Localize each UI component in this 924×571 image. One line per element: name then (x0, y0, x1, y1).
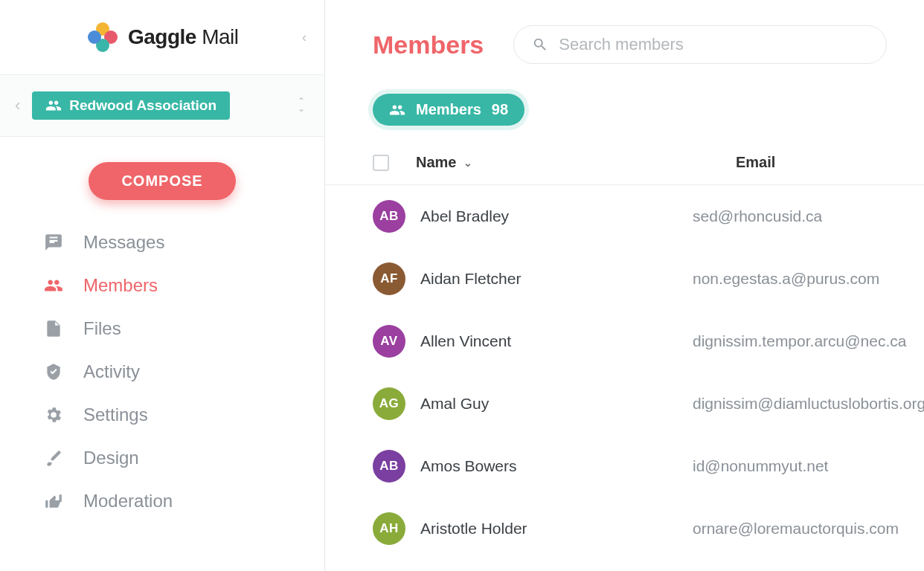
member-email: non.egestas.a@purus.com (693, 270, 887, 288)
avatar: AG (373, 387, 405, 420)
member-email: dignissim@diamluctuslobortis.org (693, 395, 924, 413)
member-row[interactable]: ABAbel Bradleysed@rhoncusid.ca (325, 185, 924, 248)
avatar: AB (373, 450, 405, 483)
gear-icon (43, 405, 64, 425)
nav-item-label: Activity (83, 361, 140, 382)
avatar: AH (373, 512, 405, 545)
member-row[interactable]: AGAmal Guydignissim@diamluctuslobortis.o… (325, 372, 924, 435)
back-icon[interactable]: ‹ (15, 96, 20, 115)
brush-icon (43, 448, 64, 468)
people-icon (389, 102, 405, 118)
nav-item-label: Design (83, 448, 139, 468)
member-row[interactable]: ABAmos Bowersid@nonummyut.net (325, 435, 924, 497)
member-row[interactable]: AVAllen Vincentdignissim.tempor.arcu@nec… (325, 310, 924, 372)
filter-label: Members (416, 101, 481, 118)
nav-item-design[interactable]: Design (0, 436, 324, 480)
group-pill[interactable]: Redwood Association (32, 91, 230, 120)
topbar: Members (325, 0, 924, 64)
select-all-checkbox[interactable] (373, 155, 389, 171)
members-list: ABAbel Bradleysed@rhoncusid.caAFAidan Fl… (325, 185, 924, 560)
nav-item-label: Messages (83, 232, 164, 253)
nav-item-label: Settings (83, 404, 148, 425)
member-name: Abel Bradley (420, 207, 509, 225)
nav-item-messages[interactable]: Messages (0, 221, 324, 264)
nav-item-members[interactable]: Members (0, 264, 324, 307)
shield-icon (43, 362, 64, 381)
member-row[interactable]: AHAristotle Holderornare@loremauctorquis… (325, 497, 924, 560)
people-icon (45, 97, 62, 114)
people-icon (43, 276, 64, 295)
thumbs-icon (43, 491, 64, 511)
column-name[interactable]: Name ⌄ (416, 154, 736, 171)
logo-row: Gaggle Mail ‹ (0, 0, 324, 74)
column-email-label: Email (736, 154, 775, 170)
filter-count: 98 (492, 101, 508, 118)
brand-bold: Gaggle (128, 25, 196, 48)
group-reorder-handle[interactable]: ⌃⌄ (298, 98, 305, 113)
avatar: AB (373, 200, 405, 233)
sidebar: Gaggle Mail ‹ ‹ Redwood Association ⌃⌄ C… (0, 0, 325, 571)
brand-name: Gaggle Mail (128, 25, 239, 49)
group-name: Redwood Association (69, 97, 216, 114)
search-icon (532, 36, 548, 53)
nav-item-moderation[interactable]: Moderation (0, 480, 324, 523)
member-email: sed@rhoncusid.ca (693, 207, 887, 225)
members-filter-pill[interactable]: Members 98 (373, 94, 524, 126)
member-name: Amos Bowers (420, 457, 517, 475)
group-selector: ‹ Redwood Association ⌃⌄ (0, 74, 324, 137)
member-email: ornare@loremauctorquis.com (693, 520, 899, 538)
avatar: AF (373, 262, 405, 295)
page-title: Members (373, 30, 484, 59)
brand-light: Mail (196, 25, 239, 48)
collapse-sidebar-icon[interactable]: ‹ (302, 30, 307, 45)
nav: MessagesMembersFilesActivitySettingsDesi… (0, 218, 324, 523)
member-name: Aristotle Holder (420, 520, 527, 538)
member-name: Aidan Fletcher (420, 270, 521, 288)
member-email: id@nonummyut.net (693, 457, 887, 475)
search-box[interactable] (513, 25, 887, 64)
nav-item-files[interactable]: Files (0, 307, 324, 350)
search-input[interactable] (559, 35, 868, 54)
nav-item-settings[interactable]: Settings (0, 393, 324, 436)
column-email[interactable]: Email (736, 154, 887, 171)
nav-item-activity[interactable]: Activity (0, 350, 324, 393)
nav-item-label: Members (83, 275, 158, 296)
message-icon (43, 233, 64, 252)
member-name: Amal Guy (420, 395, 489, 413)
nav-item-label: Files (83, 318, 121, 339)
logo-icon (88, 22, 118, 52)
avatar: AV (373, 325, 405, 358)
member-name: Allen Vincent (420, 332, 511, 350)
table-header: Name ⌄ Email (325, 139, 924, 185)
file-icon (43, 319, 64, 338)
main: Members Members 98 Name ⌄ Email ABAbel (325, 0, 924, 571)
member-email: dignissim.tempor.arcu@nec.ca (693, 332, 906, 350)
column-name-label: Name (416, 154, 456, 171)
compose-button[interactable]: COMPOSE (89, 162, 235, 200)
nav-item-label: Moderation (83, 491, 173, 512)
member-row[interactable]: AFAidan Fletchernon.egestas.a@purus.com (325, 248, 924, 310)
sort-caret-icon: ⌄ (463, 157, 472, 169)
